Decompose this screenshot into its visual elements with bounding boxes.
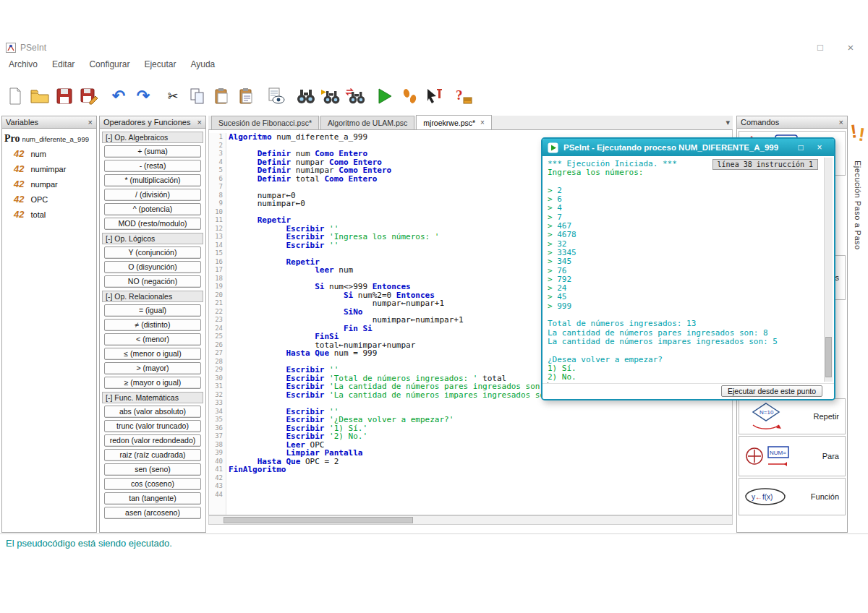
close-icon[interactable]: × (88, 118, 93, 127)
operator-button-y-conjuncion[interactable]: Y (conjunción) (104, 247, 201, 259)
run-icon (548, 142, 558, 153)
operator-button-redon-valor-redondeado[interactable]: redon (valor redondeado) (104, 434, 201, 447)
integer-type-badge: 42 (14, 163, 24, 174)
operator-button-suma[interactable]: + (suma) (104, 145, 201, 158)
scrollbar-thumb[interactable] (825, 337, 832, 377)
operator-button-tan-tangente[interactable]: tan (tangente) (104, 492, 201, 505)
variables-list: Pro num_diferente_a_999 42num42numimpar4… (2, 129, 96, 222)
redo-button[interactable]: ↷ (131, 82, 156, 111)
close-icon[interactable]: × (197, 118, 202, 127)
run-to-cursor-button[interactable] (422, 82, 446, 111)
operator-section-func-matematicas[interactable]: [-] Func. Matemáticas (102, 392, 203, 403)
find-next-button[interactable] (318, 82, 343, 111)
operator-section-op-relacionales[interactable]: [-] Op. Relacionales (102, 291, 203, 302)
paste-icon (213, 87, 231, 105)
tab-overflow-icon[interactable]: ▾ (726, 118, 730, 127)
code-line (226, 474, 732, 483)
console-maximize-icon[interactable]: □ (791, 142, 810, 153)
tab-close-icon[interactable]: × (480, 119, 485, 127)
line-number: 43 (209, 482, 226, 491)
line-number: 32 (209, 391, 226, 400)
step-execution-icon[interactable]: !! (851, 117, 868, 150)
tab-algoritmo-de-ulam-psc[interactable]: Algoritmo de ULAM.psc (320, 116, 414, 129)
find-button[interactable] (294, 82, 318, 111)
variables-panel: Variables × Pro num_diferente_a_999 42nu… (1, 116, 97, 533)
menu-item-archivo[interactable]: Archivo (1, 57, 45, 72)
operator-button-potencia[interactable]: ^ (potencia) (104, 203, 201, 215)
variable-name: total (30, 210, 46, 219)
execution-position-badge: línea 38 instrucción 1 (712, 159, 818, 170)
line-number: 8 (209, 192, 226, 200)
operator-button-mod-resto-modulo[interactable]: MOD (resto/modulo) (104, 218, 201, 230)
save-button[interactable] (52, 82, 77, 111)
line-number: 21 (209, 299, 226, 308)
command-repetir[interactable]: N=10Repetir (739, 398, 846, 434)
operator-button-asen-arcoseno[interactable]: asen (arcoseno) (104, 507, 201, 519)
menu-item-configurar[interactable]: Configurar (82, 57, 137, 72)
operator-button-mayor-o-igual[interactable]: ≥ (mayor o igual) (104, 377, 201, 389)
console-line: La cantidad de números impares ingresado… (548, 338, 818, 346)
line-number: 33 (209, 399, 226, 408)
replace-icon (345, 87, 365, 105)
line-number: 41 (209, 466, 226, 474)
operator-button-cos-coseno[interactable]: cos (coseno) (104, 478, 201, 490)
tab-mjroekrwe-psc[interactable]: mjroekrwe.psc*× (416, 115, 492, 129)
line-number: 39 (209, 449, 226, 458)
step-execution-dock-tab[interactable]: Ejecución Paso a Paso (854, 160, 862, 250)
code-line: Hasta Que OPC = 2 (226, 458, 732, 466)
repetir-icon: N=10 (744, 401, 788, 432)
code-line (226, 491, 732, 500)
replace-button[interactable] (343, 82, 367, 111)
paste-button[interactable] (210, 82, 234, 111)
scrollbar-thumb[interactable] (224, 517, 413, 523)
help-button[interactable]: ? (451, 82, 476, 111)
tab-sucesion-de-fibonacci-psc[interactable]: Sucesión de Fibonacci.psc* (211, 116, 319, 129)
line-number: 15 (209, 249, 226, 258)
line-number: 30 (209, 374, 226, 383)
paste-special-button[interactable] (234, 82, 259, 111)
close-icon[interactable]: × (839, 118, 843, 127)
operator-button-abs-valor-absoluto[interactable]: abs (valor absoluto) (104, 406, 201, 418)
menu-item-editar[interactable]: Editar (45, 57, 82, 72)
console-titlebar[interactable]: PSeInt - Ejecutando proceso NUM_DIFERENT… (542, 139, 834, 156)
operator-button-menor[interactable]: < (menor) (104, 333, 201, 346)
command-para[interactable]: NUM=Para (739, 436, 846, 476)
maximize-icon[interactable]: □ (807, 40, 833, 56)
undo-button[interactable]: ↶ (106, 82, 131, 111)
horizontal-scrollbar[interactable] (208, 515, 733, 525)
operator-button-multiplicacion[interactable]: * (multiplicación) (104, 174, 201, 187)
operator-button-resta[interactable]: - (resta) (104, 160, 201, 172)
variables-panel-header: Variables × (2, 116, 96, 129)
console-scrollbar[interactable] (824, 158, 833, 382)
console-close-icon[interactable]: × (810, 142, 829, 153)
run-button[interactable] (373, 82, 397, 111)
operator-button-trunc-valor-truncado[interactable]: trunc (valor truncado) (104, 420, 201, 432)
console-line: > 4678 (548, 231, 818, 239)
open-folder-button[interactable] (27, 82, 52, 111)
operator-button-division[interactable]: / (división) (104, 189, 201, 201)
tab-bar: Sucesión de Fibonacci.psc*Algoritmo de U… (208, 116, 733, 130)
tab-label: mjroekrwe.psc* (423, 119, 475, 127)
operator-button-no-negacion[interactable]: NO (negación) (104, 275, 201, 288)
run-step-button[interactable] (397, 82, 422, 111)
save-as-button[interactable] (77, 82, 101, 111)
operator-button-sen-seno[interactable]: sen (seno) (104, 463, 201, 476)
operator-section-op-algebraicos[interactable]: [-] Op. Algebraicos (102, 132, 203, 143)
close-icon[interactable]: × (838, 40, 864, 56)
copy-button[interactable] (185, 82, 210, 111)
operator-button-mayor[interactable]: > (mayor) (104, 362, 201, 374)
command-funcion[interactable]: y←f(x)Función (739, 478, 846, 515)
run-from-here-button[interactable]: Ejecutar desde este punto (721, 385, 822, 397)
operator-button-igual[interactable]: = (igual) (104, 304, 201, 317)
operator-button-menor-o-igual[interactable]: ≤ (menor o igual) (104, 348, 201, 360)
new-file-button[interactable] (3, 82, 27, 111)
operator-button-o-disyuncion[interactable]: O (disyunción) (104, 261, 201, 273)
console-output[interactable]: *** Ejecución Iniciada. ***Ingresa los n… (542, 156, 823, 383)
operator-section-op-logicos[interactable]: [-] Op. Lógicos (102, 233, 203, 244)
menu-item-ayuda[interactable]: Ayuda (183, 57, 222, 72)
operator-button-raiz-raiz-cuadrada[interactable]: raiz (raíz cuadrada) (104, 449, 201, 461)
view-source-button[interactable] (264, 82, 289, 111)
menu-item-ejecutar[interactable]: Ejecutar (137, 57, 183, 72)
operator-button-distinto[interactable]: ≠ (distinto) (104, 319, 201, 331)
cut-button[interactable]: ✂ (161, 82, 185, 111)
